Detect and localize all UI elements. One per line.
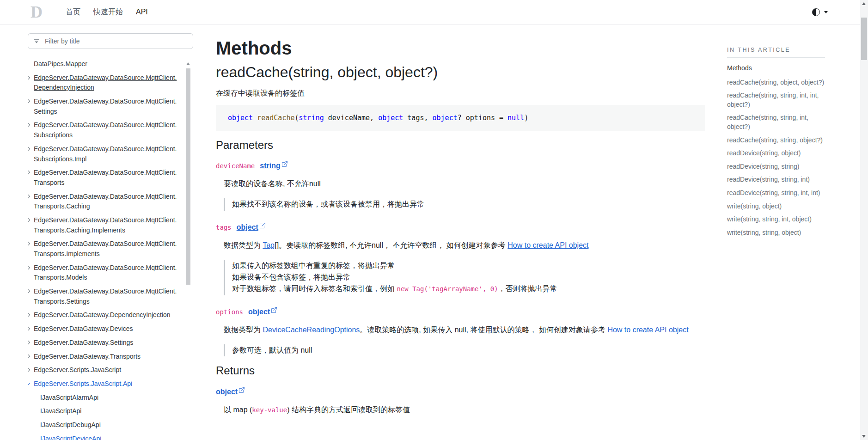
- tree-item-link[interactable]: IJavaScriptDebugApi: [40, 421, 101, 428]
- main-nav: 首页快速开始API: [60, 5, 810, 20]
- layout: DataPipes.​MapperEdgeServer.​DataGateway…: [0, 24, 860, 440]
- param-note-line: 如果设备不包含该标签，将抛出异常: [232, 272, 705, 283]
- chevron-right-icon[interactable]: [28, 98, 32, 105]
- tree-item-link[interactable]: DataPipes.​Mapper: [34, 60, 87, 67]
- tree-item: EdgeServer.​DataGateway.​DataSource.​Mqt…: [28, 168, 180, 188]
- affix-link[interactable]: readCache(string, string, object?): [727, 136, 823, 144]
- param-note: 如果找不到该名称的设备，或者该设备被禁用，将抛出异常: [224, 198, 705, 211]
- chevron-right-icon[interactable]: [28, 169, 32, 177]
- chevron-down-icon[interactable]: [28, 380, 32, 388]
- tree-item: EdgeServer.​DataGateway.​Transports: [28, 352, 180, 362]
- affix-item: readDevice(string, object): [727, 149, 825, 158]
- parameters-list: deviceNamestring要读取的设备名称, 不允许null如果找不到该名…: [216, 162, 705, 356]
- tree-item-link[interactable]: EdgeServer.​DataGateway.​DataSource.​Mqt…: [34, 169, 177, 186]
- inline-link[interactable]: Tag: [263, 241, 275, 249]
- affix-link[interactable]: readCache(string, object, object?): [727, 79, 824, 86]
- param-name-code: tags: [216, 224, 232, 231]
- nav-link[interactable]: 快速开始: [88, 5, 128, 20]
- chevron-right-icon[interactable]: [28, 312, 32, 319]
- parameters-heading: Parameters: [216, 138, 705, 152]
- chevron-right-icon[interactable]: [28, 217, 32, 224]
- tree-item: EdgeServer.​DataGateway.​DataSource.​Mqt…: [28, 239, 180, 259]
- affix-link[interactable]: readDevice(string, string, int): [727, 176, 810, 183]
- nav-link[interactable]: 首页: [60, 5, 86, 20]
- external-link-icon: [260, 223, 265, 228]
- affix-link[interactable]: readDevice(string, string): [727, 163, 799, 170]
- chevron-right-icon[interactable]: [28, 122, 32, 129]
- browser-scrollbar[interactable]: [860, 0, 868, 440]
- external-link-icon: [239, 387, 245, 393]
- code-block: object readCache(string deviceName, obje…: [216, 105, 705, 131]
- chevron-right-icon[interactable]: [28, 339, 32, 347]
- article: Methods readCache(string, object, object…: [216, 24, 705, 416]
- tree-item-link[interactable]: EdgeServer.​DataGateway.​DataSource.​Mqt…: [34, 145, 177, 163]
- affix-link[interactable]: readCache(string, string, int, int, obje…: [727, 92, 819, 108]
- affix-link[interactable]: Methods: [727, 64, 752, 72]
- affix-link[interactable]: readCache(string, string, int, object?): [727, 114, 808, 130]
- affix-item: write(string, string, object): [727, 228, 825, 238]
- sidebar-scrollbar-thumb[interactable]: [186, 68, 190, 285]
- sidebar-scrollbar[interactable]: [186, 56, 190, 315]
- tree-item-link[interactable]: EdgeServer.​DataGateway.​DataSource.​Mqt…: [34, 121, 177, 139]
- tree-item-link[interactable]: EdgeServer.​DataGateway.​DataSource.​Mqt…: [34, 287, 177, 305]
- tree-item-link[interactable]: EdgeServer.​DataGateway.​DataSource.​Mqt…: [34, 240, 177, 257]
- filter-input[interactable]: [44, 37, 188, 45]
- tree-item-link[interactable]: EdgeServer.​Scripts.​JavaScript: [34, 366, 121, 373]
- param-note-line: 对于数组标签，请同时传入标签名和索引值，例如 new Tag('tagArray…: [232, 283, 705, 295]
- chevron-right-icon[interactable]: [28, 240, 32, 248]
- param-type-link[interactable]: object: [237, 223, 265, 232]
- param-desc-paragraph: 数据类型为 DeviceCacheReadingOptions。读取策略的选项,…: [224, 324, 705, 336]
- tree-item-link[interactable]: EdgeServer.​DataGateway.​Devices: [34, 325, 133, 332]
- affix-link[interactable]: write(string, string, object): [727, 229, 801, 236]
- param-type-link[interactable]: object: [216, 388, 245, 396]
- scrollbar-up-arrow-icon[interactable]: [860, 0, 868, 7]
- chevron-right-icon[interactable]: [28, 146, 32, 153]
- tree-item-link[interactable]: IJavaScriptApi: [40, 407, 81, 415]
- chevron-right-icon[interactable]: [28, 288, 32, 295]
- tree-item-link[interactable]: EdgeServer.​DataGateway.​DataSource.​Mqt…: [34, 74, 177, 92]
- chevron-right-icon[interactable]: [28, 193, 32, 201]
- tree-item-link[interactable]: IJavaScriptDeviceApi: [40, 435, 101, 440]
- chevron-right-icon[interactable]: [28, 367, 32, 374]
- filter-box: [28, 33, 193, 49]
- inline-link[interactable]: How to create API object: [607, 326, 688, 334]
- affix-item: readDevice(string, string, int, int): [727, 189, 825, 198]
- chevron-right-icon[interactable]: [28, 353, 32, 361]
- param-type-link[interactable]: object: [248, 308, 277, 316]
- tree-item: DataPipes.​Mapper: [28, 59, 180, 69]
- namespace-tree-wrap: DataPipes.​MapperEdgeServer.​DataGateway…: [28, 56, 193, 440]
- sidebar-scrollbar-up-arrow-icon[interactable]: [186, 62, 190, 65]
- code-signature: object readCache(string deviceName, obje…: [228, 114, 528, 122]
- tree-item-link[interactable]: EdgeServer.​DataGateway.​DependencyInjec…: [34, 311, 170, 318]
- tree-item-link[interactable]: EdgeServer.​DataGateway.​DataSource.​Mqt…: [34, 98, 177, 115]
- param-type-link[interactable]: string: [260, 162, 287, 170]
- tree-item-link[interactable]: EdgeServer.​DataGateway.​Transports: [34, 353, 141, 360]
- external-link-icon: [282, 161, 287, 167]
- param-name-code: options: [216, 308, 243, 316]
- scrollbar-down-arrow-icon[interactable]: [860, 433, 868, 440]
- affix-item: readCache(string, string, int, int, obje…: [727, 91, 825, 109]
- tree-item-link[interactable]: EdgeServer.​DataGateway.​DataSource.​Mqt…: [34, 216, 177, 234]
- returns-paragraph: 以 map (key-value) 结构字典的方式返回读取到的标签值: [224, 404, 705, 416]
- scrollbar-thumb[interactable]: [861, 18, 867, 60]
- chevron-right-icon[interactable]: [28, 325, 32, 333]
- affix-link[interactable]: readDevice(string, object): [727, 149, 801, 157]
- chevron-right-icon[interactable]: [28, 264, 32, 272]
- parameter-description: 数据类型为 DeviceCacheReadingOptions。读取策略的选项,…: [224, 324, 705, 357]
- parameter-signature: tagsobject: [216, 223, 705, 232]
- affix-link[interactable]: write(string, string, int, object): [727, 215, 812, 223]
- inline-link[interactable]: DeviceCacheReadingOptions: [263, 326, 360, 334]
- nav-link[interactable]: API: [130, 5, 153, 19]
- theme-toggle-button[interactable]: [810, 6, 830, 18]
- page-title: Methods: [216, 37, 705, 59]
- site-logo[interactable]: D: [31, 4, 43, 20]
- inline-link[interactable]: How to create API object: [507, 241, 588, 249]
- tree-item-link[interactable]: EdgeServer.​DataGateway.​DataSource.​Mqt…: [34, 264, 177, 281]
- chevron-right-icon[interactable]: [28, 74, 32, 82]
- tree-item-link[interactable]: EdgeServer.​DataGateway.​DataSource.​Mqt…: [34, 193, 177, 210]
- affix-link[interactable]: write(string, object): [727, 202, 782, 210]
- tree-item-link[interactable]: EdgeServer.​Scripts.​JavaScript.​Api: [34, 380, 132, 387]
- tree-item-link[interactable]: IJavaScriptAlarmApi: [40, 394, 98, 401]
- tree-item-link[interactable]: EdgeServer.​DataGateway.​Settings: [34, 339, 133, 346]
- affix-link[interactable]: readDevice(string, string, int, int): [727, 189, 820, 196]
